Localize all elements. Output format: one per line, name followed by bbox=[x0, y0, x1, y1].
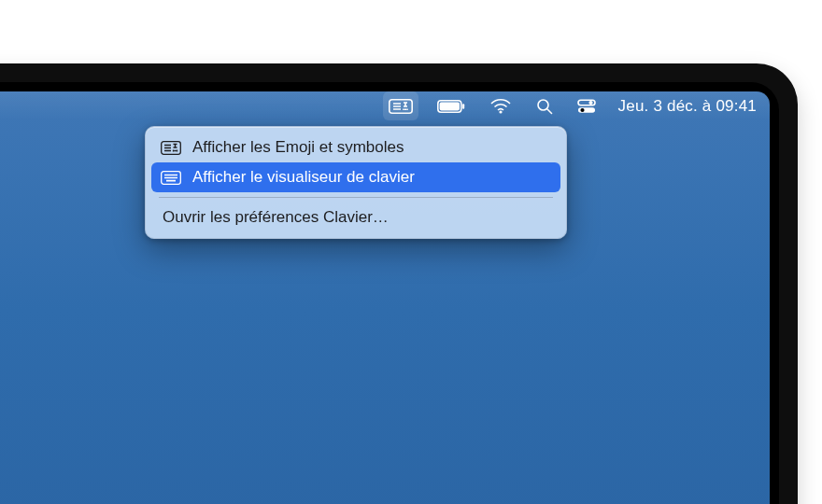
laptop-bezel: Jeu. 3 déc. à 09:41 bbox=[0, 63, 798, 504]
input-menu-status-item[interactable] bbox=[383, 91, 418, 120]
battery-icon bbox=[437, 100, 465, 113]
wifi-icon bbox=[489, 98, 512, 114]
battery-status-item[interactable] bbox=[432, 91, 471, 120]
menubar: Jeu. 3 déc. à 09:41 bbox=[0, 91, 770, 120]
keyboard-viewer-icon bbox=[161, 171, 181, 185]
input-menu-dropdown: Afficher les Emoji et symboles bbox=[145, 126, 567, 239]
svg-rect-12 bbox=[462, 104, 464, 109]
svg-rect-11 bbox=[439, 102, 459, 110]
menu-separator bbox=[159, 197, 553, 198]
menu-item-label: Afficher les Emoji et symboles bbox=[192, 138, 404, 157]
character-viewer-icon bbox=[161, 141, 181, 155]
menubar-clock[interactable]: Jeu. 3 déc. à 09:41 bbox=[615, 91, 760, 120]
spotlight-status-item[interactable] bbox=[531, 91, 559, 120]
input-menu-icon bbox=[389, 99, 413, 114]
svg-point-17 bbox=[588, 100, 592, 104]
clock-text: Jeu. 3 déc. à 09:41 bbox=[618, 97, 757, 116]
laptop-bezel-inner: Jeu. 3 déc. à 09:41 bbox=[0, 82, 779, 504]
menu-item-show-emoji[interactable]: Afficher les Emoji et symboles bbox=[151, 133, 560, 162]
control-center-status-item[interactable] bbox=[572, 91, 602, 120]
svg-point-19 bbox=[580, 107, 584, 111]
menu-item-open-keyboard-prefs[interactable]: Ouvrir les préférences Clavier… bbox=[151, 203, 560, 232]
svg-point-14 bbox=[538, 100, 548, 110]
search-icon bbox=[536, 98, 553, 115]
desktop: Jeu. 3 déc. à 09:41 bbox=[0, 91, 770, 504]
svg-point-13 bbox=[499, 110, 502, 113]
wifi-status-item[interactable] bbox=[484, 91, 517, 120]
menu-item-label: Afficher le visualiseur de clavier bbox=[192, 168, 415, 187]
menu-item-show-keyboard-viewer[interactable]: Afficher le visualiseur de clavier bbox=[151, 162, 560, 192]
svg-line-15 bbox=[547, 109, 552, 114]
control-center-icon bbox=[577, 99, 596, 114]
menu-item-label: Ouvrir les préférences Clavier… bbox=[163, 208, 389, 227]
